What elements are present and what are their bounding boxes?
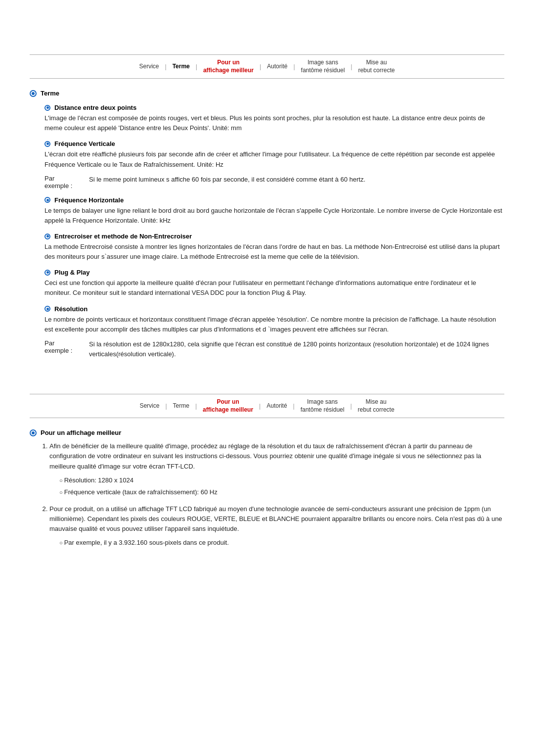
nav-sep-2: | bbox=[195, 63, 198, 70]
subsection-entrecroiser: Entrecroiser et methode de Non-Entrecroi… bbox=[44, 233, 504, 262]
page-wrapper: Service | Terme | Pour unaffichage meill… bbox=[0, 0, 534, 580]
frequence-v-example-text: Si le meme point lumineux s affiche 60 f… bbox=[89, 175, 365, 189]
nav-service[interactable]: Service bbox=[134, 62, 164, 72]
section-pour-un: Pour un affichage meilleur Afin de bénéf… bbox=[30, 429, 504, 548]
top-spacer bbox=[30, 10, 504, 40]
plug-play-body: Ceci est une fonction qui apporte la mei… bbox=[44, 278, 504, 298]
resolution-example: Parexemple : Si la résolution est de 128… bbox=[44, 339, 504, 359]
terme-bullet-inner bbox=[32, 92, 35, 95]
nav-bottom-autorite[interactable]: Autorité bbox=[262, 401, 292, 411]
frequence-h-body: Le temps de balayer une ligne reliant le… bbox=[44, 206, 504, 226]
pour-un-title: Pour un affichage meilleur bbox=[41, 429, 121, 436]
subsection-plug-play: Plug & Play Ceci est une fonction qui ap… bbox=[44, 269, 504, 298]
entrecroiser-title: Entrecroiser et methode de Non-Entrecroi… bbox=[54, 233, 192, 240]
resolution-example-text: Si la résolution est de 1280x1280, cela … bbox=[89, 339, 504, 359]
plug-play-title: Plug & Play bbox=[54, 269, 90, 276]
subsection-frequence-h: Fréquence Horizontale Le temps de balaye… bbox=[44, 196, 504, 226]
frequence-v-example: Parexemple : Si le meme point lumineux s… bbox=[44, 175, 504, 189]
pour-un-list: Afin de bénéficier de la meilleure quali… bbox=[49, 441, 504, 548]
entrecroiser-bullet bbox=[44, 234, 50, 239]
nav-bottom-sep-2: | bbox=[194, 403, 198, 410]
nav-bottom-service[interactable]: Service bbox=[134, 401, 164, 411]
frequence-v-bullet-inner bbox=[46, 142, 49, 145]
entrecroiser-header: Entrecroiser et methode de Non-Entrecroi… bbox=[44, 233, 504, 240]
nav-bottom-sep-5: | bbox=[349, 403, 353, 410]
terme-title: Terme bbox=[41, 90, 59, 97]
frequence-h-title: Fréquence Horizontale bbox=[54, 196, 124, 204]
nav-bottom-pour-un[interactable]: Pour unaffichage meilleur bbox=[198, 397, 258, 415]
pour-un-header: Pour un affichage meilleur bbox=[30, 429, 504, 436]
distance-bullet bbox=[44, 105, 50, 111]
frequence-v-body: L'écran doit etre réaffiché plusieurs fo… bbox=[44, 149, 504, 169]
nav-sep-4: | bbox=[292, 63, 296, 70]
resolution-bullet bbox=[44, 306, 50, 312]
list-item-2-text: Pour ce produit, on a utilisé un afficha… bbox=[49, 505, 502, 532]
subsection-distance: Distance entre deux points L'image de l'… bbox=[44, 104, 504, 133]
nav-sep-1: | bbox=[164, 63, 168, 70]
nav-bottom-mise-au[interactable]: Mise aurebut correcte bbox=[353, 397, 400, 415]
frequence-v-bullet bbox=[44, 141, 50, 147]
subsection-resolution: Résolution Le nombre de points verticaux… bbox=[44, 305, 504, 360]
resolution-example-label: Parexemple : bbox=[44, 339, 84, 359]
pour-un-bullet-inner bbox=[32, 431, 35, 434]
nav-sep-3: | bbox=[259, 63, 262, 70]
frequence-v-header: Fréquence Verticale bbox=[44, 140, 504, 147]
distance-body: L'image de l'écran est composée de point… bbox=[44, 113, 504, 133]
distance-title: Distance entre deux points bbox=[54, 104, 136, 111]
frequence-h-bullet-inner bbox=[46, 199, 49, 201]
nav-pour-un[interactable]: Pour unaffichage meilleur bbox=[198, 58, 259, 75]
nav-bottom-image-sans[interactable]: Image sansfantôme résiduel bbox=[296, 397, 350, 415]
resolution-body: Le nombre de points verticaux et horizon… bbox=[44, 315, 504, 334]
nav-mise-au[interactable]: Mise aurebut correcte bbox=[353, 58, 400, 75]
list-item-1-bullets: Résolution: 1280 x 1024 Fréquence vertic… bbox=[59, 475, 504, 497]
section-terme: Terme Distance entre deux points L'image… bbox=[30, 90, 504, 359]
nav-terme[interactable]: Terme bbox=[168, 62, 195, 72]
nav-autorite[interactable]: Autorité bbox=[262, 62, 292, 72]
plug-play-bullet-inner bbox=[46, 271, 49, 274]
bullet-sous-pixels: Par exemple, il y a 3.932.160 sous-pixel… bbox=[59, 538, 504, 548]
distance-header: Distance entre deux points bbox=[44, 104, 504, 111]
list-item-2-bullets: Par exemple, il y a 3.932.160 sous-pixel… bbox=[59, 538, 504, 548]
nav-bottom-sep-3: | bbox=[258, 403, 262, 410]
nav-bottom-terme[interactable]: Terme bbox=[168, 401, 194, 411]
entrecroiser-body: La methode Entrecroisé consiste à montre… bbox=[44, 242, 504, 262]
subsection-frequence-v: Fréquence Verticale L'écran doit etre ré… bbox=[44, 140, 504, 189]
resolution-title: Résolution bbox=[54, 305, 88, 313]
nav-image-sans[interactable]: Image sansfantôme résiduel bbox=[296, 58, 350, 75]
pour-un-bullet bbox=[30, 429, 37, 436]
bottom-spacer-1 bbox=[30, 364, 504, 379]
resolution-header: Résolution bbox=[44, 305, 504, 313]
frequence-v-example-label: Parexemple : bbox=[44, 175, 84, 189]
top-nav-bar: Service | Terme | Pour unaffichage meill… bbox=[30, 54, 504, 79]
frequence-h-header: Fréquence Horizontale bbox=[44, 196, 504, 204]
nav-bottom-sep-4: | bbox=[292, 403, 296, 410]
list-item-2: Pour ce produit, on a utilisé un afficha… bbox=[49, 504, 504, 548]
list-item-1-text: Afin de bénéficier de la meilleure quali… bbox=[49, 442, 481, 470]
frequence-h-bullet bbox=[44, 197, 50, 203]
bullet-frequence: Fréquence verticale (taux de rafraîchiss… bbox=[59, 487, 504, 497]
plug-play-bullet bbox=[44, 270, 50, 276]
nav-bottom-sep-1: | bbox=[164, 403, 168, 410]
plug-play-header: Plug & Play bbox=[44, 269, 504, 276]
list-item-1: Afin de bénéficier de la meilleure quali… bbox=[49, 441, 504, 497]
nav-sep-5: | bbox=[350, 63, 353, 70]
frequence-v-title: Fréquence Verticale bbox=[54, 140, 115, 147]
entrecroiser-bullet-inner bbox=[46, 235, 49, 237]
bottom-spacer-2 bbox=[30, 555, 504, 570]
bottom-nav-bar: Service | Terme | Pour unaffichage meill… bbox=[30, 394, 504, 418]
distance-bullet-inner bbox=[46, 106, 49, 109]
resolution-bullet-inner bbox=[46, 308, 49, 310]
terme-header: Terme bbox=[30, 90, 504, 97]
bullet-resolution: Résolution: 1280 x 1024 bbox=[59, 475, 504, 485]
terme-bullet bbox=[30, 90, 37, 97]
